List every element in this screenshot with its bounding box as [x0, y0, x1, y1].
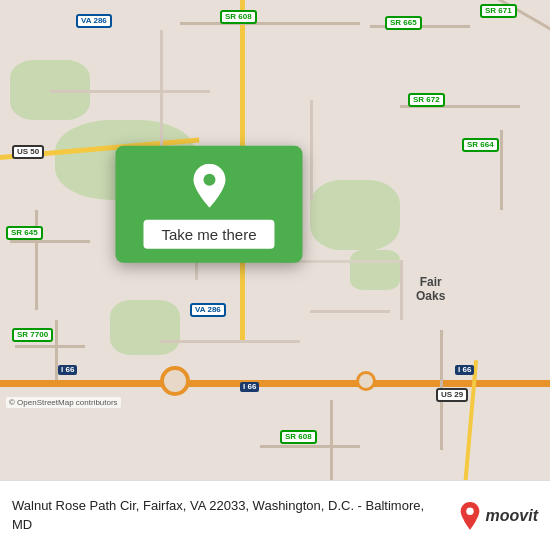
svg-point-1: [466, 507, 473, 514]
svg-point-0: [203, 174, 215, 186]
address-text: Walnut Rose Path Cir, Fairfax, VA 22033,…: [12, 497, 448, 533]
copyright-text: © OpenStreetMap contributors: [6, 397, 121, 408]
sr645-road: [35, 210, 38, 310]
local-road-3: [310, 100, 313, 200]
i66-road-white: [0, 383, 550, 384]
local-road-10: [440, 330, 443, 450]
local-road-2: [50, 90, 210, 93]
park-5: [350, 250, 400, 290]
sr7700-road-h: [15, 345, 85, 348]
sr608-top-road: [180, 22, 360, 25]
local-road-9: [160, 340, 300, 343]
bottom-bar: Walnut Rose Path Cir, Fairfax, VA 22033,…: [0, 480, 550, 550]
moovit-text-label: moovit: [486, 507, 538, 525]
popup-card: Take me there: [115, 146, 302, 263]
park-4: [310, 180, 400, 250]
interchange-1: [160, 366, 190, 396]
sr672-road: [400, 105, 520, 108]
interchange-2: [356, 371, 376, 391]
moovit-pin-icon: [458, 502, 482, 530]
park-6: [110, 300, 180, 355]
local-road-8: [310, 310, 390, 313]
sr608-bot-road2: [260, 445, 360, 448]
sr664-road: [500, 130, 503, 210]
sr7700-road: [55, 320, 58, 380]
moovit-logo: moovit: [458, 502, 538, 530]
local-road-7: [400, 260, 403, 320]
take-me-there-button[interactable]: Take me there: [143, 220, 274, 249]
sr608-bot-road: [330, 400, 333, 480]
sr645-road-h: [10, 240, 90, 243]
sr665-road: [370, 25, 470, 28]
location-pin-icon: [191, 164, 227, 208]
map-container: VA 286 SR 608 SR 665 SR 671 SR 672 US 50…: [0, 0, 550, 480]
